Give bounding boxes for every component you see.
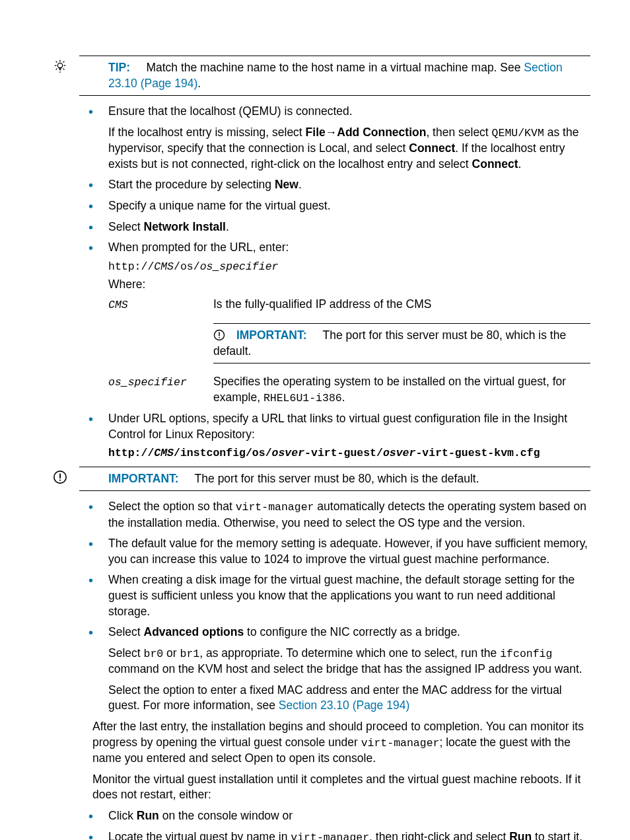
urlopts-code: http://CMS/instconfig/os/osver-virt-gues… xyxy=(108,445,590,461)
important-icon xyxy=(213,329,225,341)
step-autodetect: Select the option so that virt-manager a… xyxy=(79,499,590,531)
urlopts-a: Under URL options, specify a URL that li… xyxy=(108,411,590,442)
important-inner: IMPORTANT: The port for this server must… xyxy=(213,323,590,363)
important-icon xyxy=(53,470,67,484)
localhost-a: Ensure that the localhost (QEMU) is conn… xyxy=(108,104,590,120)
restart-run: Click Run on the console window or xyxy=(79,808,590,824)
def-cms: Is the fully-qualified IP address of the… xyxy=(213,297,590,313)
where-label: Where: xyxy=(108,277,590,293)
step-unique: Specify a unique name for the virtual gu… xyxy=(79,198,590,214)
restart-list: Click Run on the console window or Locat… xyxy=(79,808,590,840)
tip-text-b: . xyxy=(197,77,201,90)
imp2-label: IMPORTANT: xyxy=(108,472,179,485)
localhost-b: If the localhost entry is missing, selec… xyxy=(108,125,590,172)
step-url: When prompted for the URL, enter: http:/… xyxy=(79,240,590,406)
step-disk: When creating a disk image for the virtu… xyxy=(79,572,590,619)
tip-label: TIP: xyxy=(108,61,130,74)
term-spec: os_specifier xyxy=(108,376,187,389)
svg-rect-3 xyxy=(219,337,220,338)
svg-rect-5 xyxy=(59,473,61,478)
tip-text-a: Match the machine name to the host name … xyxy=(146,61,524,74)
url-code: http://CMS/os/os_specifier xyxy=(108,258,590,274)
svg-rect-2 xyxy=(219,332,220,336)
step-advanced: Select Advanced options to configure the… xyxy=(79,625,590,714)
step-memory: The default value for the memory setting… xyxy=(79,536,590,567)
tip-icon xyxy=(53,59,67,73)
def-spec: Specifies the operating system to be ins… xyxy=(213,374,590,406)
important-callout: IMPORTANT: The port for this server must… xyxy=(79,467,590,492)
step-netinstall: Select Network Install. xyxy=(79,219,590,235)
svg-rect-6 xyxy=(59,479,61,480)
after-p2: Monitor the virtual guest installation u… xyxy=(92,772,590,803)
steps-list-2: Select the option so that virt-manager a… xyxy=(79,499,590,714)
restart-locate: Locate the virtual guest by name in virt… xyxy=(79,829,590,841)
after-p1: After the last entry, the installation b… xyxy=(92,719,590,767)
step-localhost: Ensure that the localhost (QEMU) is conn… xyxy=(79,104,590,172)
steps-list-1: Ensure that the localhost (QEMU) is conn… xyxy=(79,104,590,461)
where-definitions: CMS Is the fully-qualified IP address of… xyxy=(108,297,590,406)
mac-link[interactable]: Section 23.10 (Page 194) xyxy=(279,699,409,712)
imp2-text: The port for this server must be 80, whi… xyxy=(195,472,479,485)
after-block: After the last entry, the installation b… xyxy=(79,719,590,803)
step-new: Start the procedure by selecting New. xyxy=(79,177,590,193)
page: TIP: Match the machine name to the host … xyxy=(0,0,630,840)
url-prompt: When prompted for the URL, enter: xyxy=(108,240,590,256)
term-cms: CMS xyxy=(108,299,128,311)
step-urlopts: Under URL options, specify a URL that li… xyxy=(79,411,590,461)
svg-point-0 xyxy=(57,63,62,67)
tip-callout: TIP: Match the machine name to the host … xyxy=(79,56,590,96)
imp1-label: IMPORTANT: xyxy=(236,328,307,342)
